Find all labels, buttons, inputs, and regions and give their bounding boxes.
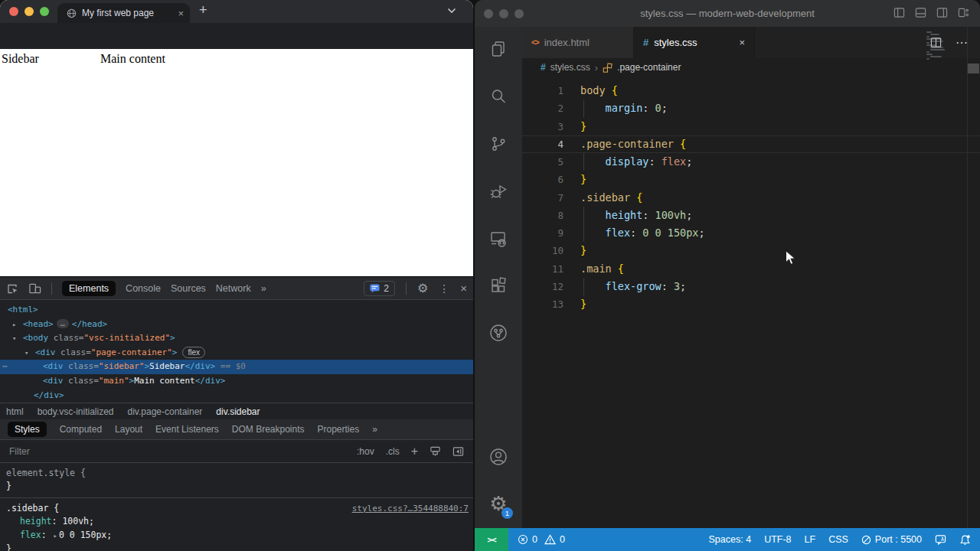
remote-indicator[interactable]: >< <box>475 528 508 551</box>
expanded-arrow-icon[interactable]: ▾ <box>24 346 28 360</box>
remote-explorer-icon[interactable] <box>475 220 522 257</box>
window-zoom-button[interactable] <box>514 9 524 18</box>
css-property[interactable]: flex: ▸0 0 150px; <box>6 529 467 543</box>
encoding-setting[interactable]: UTF-8 <box>764 534 791 545</box>
eol-setting[interactable]: LF <box>805 534 816 545</box>
extensions-icon[interactable] <box>475 267 522 304</box>
problems-indicator[interactable]: 0 0 <box>518 534 565 545</box>
rendering-emulation-icon[interactable] <box>430 446 441 457</box>
source-control-icon[interactable] <box>475 126 522 162</box>
language-mode[interactable]: CSS <box>828 534 848 545</box>
dom-tree-row[interactable]: ▾<div class="page-container">flex <box>0 346 473 360</box>
code-line[interactable]: 9 flex: 0 0 150px; <box>522 224 980 242</box>
new-tab-button[interactable]: + <box>199 2 207 18</box>
indentation-setting[interactable]: Spaces: 4 <box>709 534 752 545</box>
run-debug-icon[interactable] <box>475 173 522 210</box>
style-rule-sidebar[interactable]: .sidebar { styles.css?…354488840:7 heigh… <box>0 498 473 551</box>
devtools-menu-icon[interactable]: ⋮ <box>439 283 449 294</box>
window-close-button[interactable] <box>9 7 18 16</box>
crumb-page-container[interactable]: div.page-container <box>128 406 203 417</box>
window-minimize-button[interactable] <box>499 9 508 18</box>
tab-close-icon[interactable]: × <box>739 37 745 48</box>
code-line[interactable]: 13} <box>522 295 980 313</box>
tab-search-chevron-icon[interactable] <box>447 8 456 14</box>
tab-dom-breakpoints[interactable]: DOM Breakpoints <box>232 424 305 435</box>
code-line[interactable]: 12 flex-grow: 3; <box>522 278 980 295</box>
gitlens-icon[interactable] <box>475 315 522 351</box>
code-line[interactable]: 7.sidebar { <box>522 189 980 207</box>
minimap[interactable] <box>926 31 962 60</box>
code-line[interactable]: 1body { <box>522 82 980 99</box>
code-line[interactable]: 8 height: 100vh; <box>522 207 980 224</box>
dom-tree-row[interactable]: ▸<head>…</head> <box>0 318 473 332</box>
scrollbar-thumb[interactable] <box>968 64 979 73</box>
dom-tree-row[interactable]: </div> <box>0 389 473 403</box>
dock-sidebar-icon[interactable] <box>452 446 464 457</box>
crumb-html[interactable]: html <box>6 406 24 417</box>
devtools-tab-elements[interactable]: Elements <box>62 281 116 296</box>
devtools-tab-network[interactable]: Network <box>216 283 251 294</box>
device-toolbar-icon[interactable] <box>28 282 41 295</box>
issues-counter[interactable]: 2 <box>364 281 395 296</box>
tab-index-html[interactable]: <> index.html <box>522 27 634 58</box>
dom-tree-row[interactable]: ▾<body class="vsc-initialized"> <box>0 331 473 346</box>
tab-styles[interactable]: Styles <box>8 422 47 437</box>
vscode-titlebar[interactable]: styles.css — modern-web-development <box>475 0 980 27</box>
new-style-rule-icon[interactable]: + <box>411 445 418 458</box>
expand-value-icon[interactable]: ▸ <box>54 532 57 540</box>
notifications-bell-icon[interactable] <box>959 534 971 546</box>
toggle-classes[interactable]: .cls <box>386 446 400 457</box>
tab-layout[interactable]: Layout <box>115 424 142 435</box>
row-actions-icon: ⋯ <box>2 360 8 374</box>
dom-tree-row[interactable]: ⋯<div class="sidebar">Sidebar</div> == $… <box>0 360 473 374</box>
tab-styles-css[interactable]: # styles.css × <box>634 27 755 58</box>
devtools-more-tabs-icon[interactable]: » <box>261 283 266 294</box>
live-server-port[interactable]: Port : 5500 <box>861 534 922 545</box>
window-close-button[interactable] <box>484 9 493 18</box>
crumb-sidebar[interactable]: div.sidebar <box>216 406 260 417</box>
customize-layout-icon[interactable] <box>958 7 969 18</box>
devtools-tab-sources[interactable]: Sources <box>171 283 206 294</box>
tab-close-icon[interactable]: × <box>178 8 184 18</box>
toggle-hover-state[interactable]: :hov <box>357 446 374 457</box>
styles-more-tabs-icon[interactable]: » <box>372 424 377 435</box>
breadcrumb-file[interactable]: styles.css <box>550 62 590 73</box>
code-line[interactable]: 5 display: flex; <box>522 153 980 171</box>
inspect-element-icon[interactable] <box>6 282 18 295</box>
code-line[interactable]: 10} <box>522 242 980 259</box>
explorer-files-icon[interactable] <box>475 31 522 67</box>
code-editor[interactable]: 1body {2 margin: 0;3}4.page-container {5… <box>522 77 980 528</box>
collapsed-arrow-icon[interactable]: ▸ <box>12 318 16 332</box>
crumb-body[interactable]: body.vsc-initialized <box>38 406 114 417</box>
window-zoom-button[interactable] <box>40 7 49 16</box>
css-property[interactable]: height: 100vh; <box>6 515 467 528</box>
window-minimize-button[interactable] <box>24 7 34 16</box>
code-line[interactable]: 2 margin: 0; <box>522 99 980 117</box>
code-line[interactable]: 4.page-container { <box>522 135 980 153</box>
tab-computed[interactable]: Computed <box>60 424 102 435</box>
tab-event-listeners[interactable]: Event Listeners <box>155 424 219 435</box>
scrollbar[interactable] <box>967 27 980 528</box>
styles-filter-input[interactable]: Filter <box>9 446 357 457</box>
code-line[interactable]: 11.main { <box>522 260 980 278</box>
devtools-settings-gear-icon[interactable]: ⚙ <box>417 282 428 295</box>
toggle-panel-icon[interactable] <box>915 7 926 18</box>
style-rule-element-style[interactable]: element.style { } <box>0 463 473 498</box>
devtools-close-icon[interactable]: × <box>460 282 467 294</box>
dom-tree-row[interactable]: <div class="main">Main content</div> <box>0 374 473 389</box>
accounts-icon[interactable] <box>475 439 522 475</box>
search-icon[interactable] <box>475 78 522 115</box>
browser-tab[interactable]: My first web page × <box>57 3 190 23</box>
devtools-tab-console[interactable]: Console <box>126 283 161 294</box>
code-line[interactable]: 6} <box>522 171 980 188</box>
toggle-primary-sidebar-icon[interactable] <box>893 7 905 18</box>
feedback-icon[interactable] <box>935 534 946 545</box>
stylesheet-source-link[interactable]: styles.css?…354488840:7 <box>352 502 469 515</box>
tab-properties[interactable]: Properties <box>318 424 360 435</box>
dom-tree-row[interactable]: <html> <box>0 303 473 318</box>
code-line[interactable]: 3} <box>522 118 980 135</box>
toggle-secondary-sidebar-icon[interactable] <box>936 7 948 18</box>
settings-gear-icon[interactable]: ⚙ 1 <box>475 485 522 522</box>
expanded-arrow-icon[interactable]: ▾ <box>12 331 16 346</box>
breadcrumb-symbol[interactable]: .page-container <box>617 62 681 73</box>
